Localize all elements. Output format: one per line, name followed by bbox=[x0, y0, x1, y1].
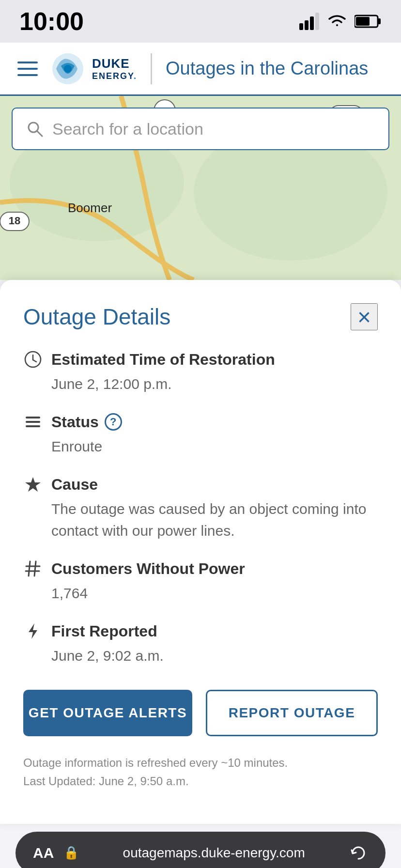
hamburger-menu-button[interactable] bbox=[17, 62, 38, 76]
outage-details-panel: Outage Details × Estimated Time of Resto… bbox=[0, 280, 401, 824]
svg-rect-5 bbox=[378, 18, 381, 24]
first-reported-item: First Reported June 2, 9:02 a.m. bbox=[23, 621, 378, 666]
svg-rect-6 bbox=[356, 17, 370, 26]
get-outage-alerts-button[interactable]: GET OUTAGE ALERTS bbox=[23, 690, 192, 736]
status-label: Status ? bbox=[51, 413, 122, 431]
restoration-value: June 2, 12:00 p.m. bbox=[23, 373, 378, 395]
search-placeholder: Search for a location bbox=[52, 120, 203, 139]
search-box[interactable]: Search for a location bbox=[12, 108, 389, 150]
svg-marker-27 bbox=[25, 477, 41, 492]
svg-rect-25 bbox=[26, 421, 40, 423]
svg-rect-24 bbox=[26, 417, 40, 418]
browser-bar[interactable]: AA 🔒 outagemaps.duke-energy.com bbox=[15, 832, 386, 868]
browser-url[interactable]: outagemaps.duke-energy.com bbox=[89, 845, 339, 861]
search-icon bbox=[26, 120, 44, 138]
first-reported-label: First Reported bbox=[51, 622, 157, 640]
list-icon bbox=[23, 412, 43, 432]
svg-rect-2 bbox=[310, 16, 314, 30]
svg-text:Boomer: Boomer bbox=[68, 201, 112, 215]
logo-area: DUKE ENERGY. bbox=[51, 52, 137, 85]
browser-aa-button[interactable]: AA bbox=[33, 845, 54, 861]
header-divider bbox=[151, 53, 152, 84]
first-reported-value: June 2, 9:02 a.m. bbox=[23, 645, 378, 666]
browser-lock-icon: 🔒 bbox=[63, 845, 79, 860]
clock-icon bbox=[23, 350, 43, 369]
cause-value: The outage was caused by an object comin… bbox=[23, 498, 378, 542]
cause-label: Cause bbox=[51, 476, 98, 494]
header: DUKE ENERGY. Outages in the Carolinas bbox=[0, 43, 401, 96]
status-help-icon[interactable]: ? bbox=[105, 413, 122, 431]
map-area: 115 18 10 Boomer Search for a location bbox=[0, 96, 401, 280]
footer-note: Outage information is refreshed every ~1… bbox=[23, 754, 378, 791]
svg-marker-32 bbox=[29, 623, 37, 639]
svg-line-29 bbox=[34, 561, 36, 576]
wifi-icon bbox=[326, 13, 348, 30]
close-button[interactable]: × bbox=[351, 303, 378, 330]
signal-icon bbox=[299, 13, 320, 30]
status-icons bbox=[299, 13, 382, 30]
header-title: Outages in the Carolinas bbox=[166, 58, 368, 79]
hash-icon bbox=[23, 559, 43, 578]
customers-value: 1,764 bbox=[23, 582, 378, 604]
customers-item: Customers Without Power 1,764 bbox=[23, 559, 378, 604]
battery-icon bbox=[355, 14, 382, 29]
svg-line-28 bbox=[29, 561, 30, 576]
svg-text:18: 18 bbox=[9, 215, 20, 227]
status-bar: 10:00 bbox=[0, 0, 401, 43]
customers-label: Customers Without Power bbox=[51, 560, 245, 578]
panel-title: Outage Details bbox=[23, 304, 170, 330]
action-buttons: GET OUTAGE ALERTS REPORT OUTAGE bbox=[23, 690, 378, 736]
svg-point-8 bbox=[64, 65, 72, 73]
svg-line-20 bbox=[37, 131, 42, 136]
svg-rect-1 bbox=[305, 20, 308, 30]
restoration-label: Estimated Time of Restoration bbox=[51, 351, 275, 369]
bolt-icon bbox=[23, 621, 43, 641]
svg-rect-26 bbox=[26, 425, 40, 427]
status-time: 10:00 bbox=[19, 7, 84, 36]
svg-rect-0 bbox=[299, 23, 303, 30]
restoration-item: Estimated Time of Restoration June 2, 12… bbox=[23, 350, 378, 395]
report-outage-button[interactable]: REPORT OUTAGE bbox=[206, 690, 378, 736]
star-icon bbox=[23, 475, 43, 494]
browser-reload-icon[interactable] bbox=[349, 843, 368, 863]
status-value: Enroute bbox=[23, 435, 378, 457]
svg-line-23 bbox=[33, 360, 36, 362]
logo-text: DUKE ENERGY. bbox=[92, 56, 137, 81]
panel-header: Outage Details × bbox=[23, 303, 378, 330]
cause-item: Cause The outage was caused by an object… bbox=[23, 475, 378, 542]
status-item: Status ? Enroute bbox=[23, 412, 378, 457]
svg-rect-3 bbox=[315, 13, 319, 30]
duke-energy-logo-icon bbox=[51, 52, 84, 85]
